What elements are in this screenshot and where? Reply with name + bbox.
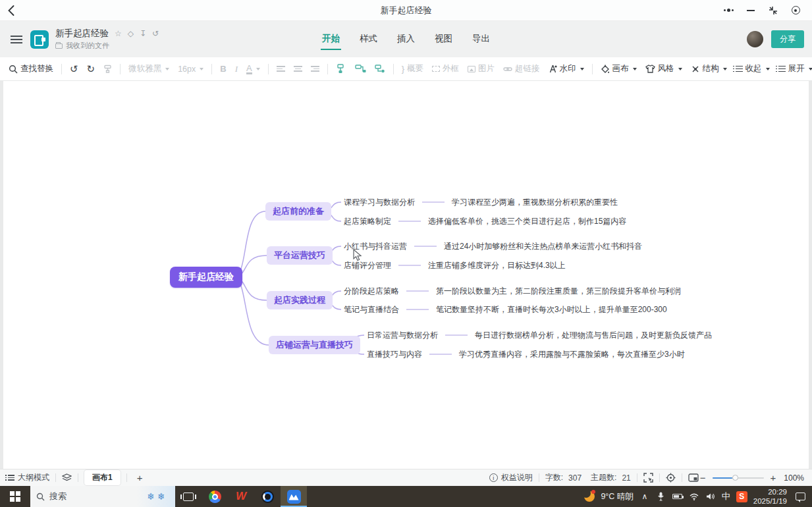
mindmap-topic-node[interactable]: 日常运营与数据分析 (367, 330, 438, 341)
insert-sibling-topic-button[interactable] (373, 63, 387, 75)
frame-button[interactable]: 外框 (430, 61, 461, 76)
canvas-tab-1[interactable]: 画布1 (84, 470, 121, 485)
mindmap-detail-node[interactable]: 选择偏低客单价，挑选三个类目进行起店，制作15篇内容 (428, 216, 626, 227)
find-replace-button[interactable]: 查找替换 (7, 61, 55, 76)
zoom-slider-fill (713, 477, 732, 479)
fit-screen-button[interactable] (643, 473, 653, 483)
wifi-icon[interactable] (689, 493, 699, 500)
weather-moon-icon[interactable] (584, 491, 595, 502)
history-icon[interactable]: ↺ (152, 30, 159, 38)
layers-button[interactable] (62, 473, 72, 482)
record-button[interactable] (786, 3, 805, 18)
insert-child-topic-button[interactable] (353, 63, 368, 76)
mindmap-detail-node[interactable]: 学习课程至少两遍，重视数据分析积累的重要性 (452, 197, 618, 208)
task-view-button[interactable] (175, 486, 202, 507)
italic-button[interactable]: I (233, 62, 240, 76)
mindmap-branch-node[interactable]: 起店实践过程 (267, 291, 333, 309)
zoom-percent[interactable]: 100% (784, 473, 804, 483)
chrome-app-button[interactable] (202, 486, 228, 507)
star-icon[interactable]: ☆ (115, 30, 122, 38)
insert-subtopic-button[interactable] (334, 62, 348, 76)
hidden-icons-chevron[interactable]: ∧ (639, 492, 650, 501)
mindmap-branch-node[interactable]: 起店前的准备 (265, 202, 331, 221)
mindmap-canvas[interactable]: 新手起店经验 起店前的准备 平台运营技巧 起店实践过程 店铺运营与直播技巧 课程… (3, 81, 809, 469)
tab-home[interactable]: 开始 (321, 29, 341, 50)
structure-button[interactable]: 结构 (689, 61, 729, 76)
app-logo-icon[interactable] (30, 30, 49, 49)
minimap-button[interactable] (688, 473, 699, 482)
format-painter-button[interactable] (101, 63, 114, 75)
minimize-button[interactable] (741, 3, 761, 18)
mindmap-topic-node[interactable]: 起店策略制定 (344, 216, 391, 227)
mindmap-detail-node[interactable]: 第一阶段以数量为主，第二阶段注重质量，第三阶段提升客单价与利润 (436, 286, 681, 297)
battery-icon[interactable] (672, 494, 683, 499)
locate-center-button[interactable] (666, 473, 676, 483)
document-location[interactable]: 我收到的文件 (66, 41, 109, 51)
weather-snowflakes-widget[interactable]: ❄ ❄ (137, 486, 175, 507)
chevron-down-icon (809, 68, 812, 70)
weather-text[interactable]: 9°C 晴朗 (601, 491, 633, 502)
font-color-button[interactable]: A (244, 62, 262, 76)
mindmap-topic-node[interactable]: 课程学习与数据分析 (344, 197, 415, 208)
mindmap-topic-node[interactable]: 笔记与直播结合 (344, 304, 399, 315)
mindmap-detail-node[interactable]: 注重店铺多维度评分，目标达到4.3以上 (428, 260, 566, 271)
outline-mode-button[interactable]: 大纲模式 (8, 472, 49, 483)
redo-button[interactable]: ↻ (85, 61, 97, 77)
download-icon[interactable]: ↧ (140, 30, 146, 38)
bold-button[interactable]: B (218, 62, 228, 76)
add-canvas-button[interactable]: + (133, 472, 147, 483)
align-left-button[interactable] (275, 64, 287, 74)
collapse-icon (736, 66, 743, 72)
taskbar-search-box[interactable]: 搜索 ❄ ❄ (30, 486, 175, 507)
zoom-slider-knob[interactable] (732, 475, 738, 481)
mindmap-detail-node[interactable]: 笔记数量坚持不断，直播时长每次3小时以上，提升单量至200-300 (436, 304, 667, 315)
font-family-select[interactable]: 微软雅黑 (126, 61, 171, 76)
mindmap-topic-node[interactable]: 直播技巧与内容 (367, 349, 422, 360)
mindmap-branch-node[interactable]: 店铺运营与直播技巧 (269, 336, 360, 354)
font-size-select[interactable]: 16px (176, 63, 205, 76)
mindmap-topic-node[interactable]: 分阶段起店策略 (344, 286, 399, 297)
zoom-out-button[interactable]: − (699, 472, 707, 483)
share-button[interactable]: 分享 (771, 30, 804, 48)
zoom-in-button[interactable]: + (769, 472, 778, 483)
wps-app-button[interactable]: W (228, 486, 254, 507)
mindmap-detail-node[interactable]: 通过24小时加够粉丝和关注热点榜单来运营小红书和抖音 (444, 241, 642, 252)
tag-icon[interactable]: ◇ (128, 30, 134, 38)
mindmap-app-button[interactable] (281, 486, 307, 507)
outline-summary-button[interactable]: } 概要 (400, 61, 425, 76)
watermark-button[interactable]: 水印 (547, 61, 586, 76)
tab-view[interactable]: 视图 (433, 29, 454, 50)
speaker-icon[interactable] (705, 493, 716, 500)
menu-hamburger-icon[interactable] (11, 36, 22, 43)
collapse-button[interactable]: 收起 (734, 61, 772, 76)
image-button[interactable]: 图片 (466, 61, 497, 76)
align-center-button[interactable] (292, 64, 304, 74)
chevron-down-icon (766, 68, 770, 70)
hyperlink-button[interactable]: 超链接 (501, 61, 542, 76)
rights-info-button[interactable]: i 权益说明 (489, 472, 533, 483)
restore-button[interactable] (763, 3, 783, 18)
notification-center-icon[interactable] (796, 493, 805, 500)
mindmap-root-node[interactable]: 新手起店经验 (170, 267, 242, 288)
undo-button[interactable]: ↺ (68, 61, 80, 77)
taskbar-clock[interactable]: 20:29 2025/1/19 (753, 487, 787, 506)
mindmap-detail-node[interactable]: 学习优秀直播内容，采用露脸与不露脸策略，每次直播至少3小时 (459, 349, 685, 360)
browser-app-button[interactable] (254, 486, 281, 507)
sogou-icon[interactable]: S (736, 491, 747, 502)
tab-insert[interactable]: 插入 (396, 29, 416, 50)
mindmap-topic-node[interactable]: 店铺评分管理 (344, 260, 391, 271)
mindmap-branch-node[interactable]: 平台运营技巧 (267, 246, 333, 265)
ime-indicator[interactable]: 中 (722, 491, 730, 502)
more-options-button[interactable] (718, 3, 738, 18)
expand-button[interactable]: 展开 (776, 61, 812, 76)
theme-style-button[interactable]: 风格 (643, 61, 684, 76)
canvas-style-button[interactable]: 画布 (599, 61, 639, 76)
tab-export[interactable]: 导出 (471, 29, 491, 50)
align-right-button[interactable] (309, 64, 321, 74)
start-button[interactable] (0, 486, 30, 507)
microphone-icon[interactable] (656, 492, 666, 501)
tab-style[interactable]: 样式 (358, 29, 379, 50)
user-avatar[interactable] (747, 31, 763, 47)
zoom-slider[interactable] (713, 477, 764, 479)
mindmap-detail-node[interactable]: 每日进行数据榜单分析，处理物流与售后问题，及时更新负反馈产品 (475, 330, 712, 341)
